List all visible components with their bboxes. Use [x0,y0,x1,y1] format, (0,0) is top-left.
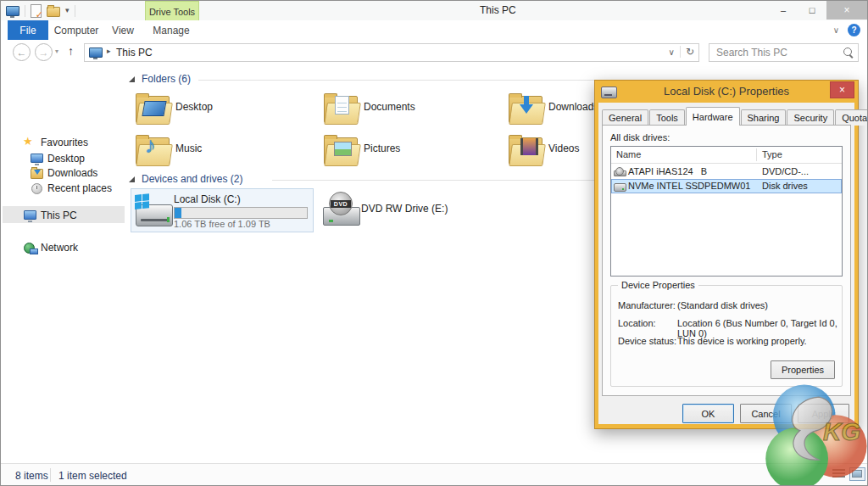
column-name[interactable]: Name [616,149,641,159]
row-type: DVD/CD-... [762,166,809,176]
window-title: This PC [480,4,516,16]
sidebar-item-this-pc[interactable]: This PC [23,208,77,223]
refresh-icon[interactable]: ↻ [686,46,694,58]
tab-file[interactable]: File [8,20,48,40]
thumbnail-view-toggle-icon[interactable] [849,467,865,481]
document-overlay-icon [335,96,349,115]
sidebar-item-network[interactable]: Network [23,240,78,255]
sidebar-item-downloads[interactable]: Downloads [30,165,97,181]
sidebar-item-desktop[interactable]: Desktop [30,151,85,166]
navigation-pane: ★ Favourites Desktop Downloads Recent pl… [1,63,126,463]
breadcrumb[interactable]: This PC [116,47,153,59]
column-type[interactable]: Type [762,149,782,159]
address-dropdown-icon[interactable]: ∨ [669,47,675,57]
tab-view[interactable]: View [104,20,142,40]
new-folder-icon[interactable] [47,7,60,17]
address-bar[interactable]: ▸ This PC ∨ ↻ [84,43,699,62]
downloads-folder-icon [30,166,43,180]
tab-manage[interactable]: Manage [147,20,196,40]
up-button[interactable]: ↑ [68,44,74,58]
maximize-button[interactable]: □ [798,1,826,20]
column-separator[interactable] [756,148,757,161]
search-input[interactable] [715,45,837,60]
quick-access-toolbar: ✓ ▾ [6,3,75,18]
tile-label: Music [175,142,202,154]
dialog-title: Local Disk (C:) Properties [595,81,858,103]
sidebar-item-recent-places[interactable]: Recent places [30,181,112,196]
list-row-nvme[interactable]: NVMe INTEL SSDPEDMW01 Disk drives [611,179,842,193]
device-properties-group: Device Properties Manufacturer: (Standar… [610,285,843,387]
history-dropdown-icon[interactable]: ▾ [55,47,58,55]
forward-button[interactable]: → [35,43,53,61]
row-type: Disk drives [762,181,808,191]
hardware-tab-page: All disk drives: Name Type ATAPI iHAS124… [602,125,851,396]
folder-tile-documents[interactable]: Documents [321,90,501,127]
separator [25,5,25,17]
tab-sharing[interactable]: Sharing [741,109,787,126]
separator [75,5,75,17]
folder-tile-pictures[interactable]: Pictures [321,131,501,169]
recent-places-icon [30,182,43,195]
sidebar-label: Favourites [41,137,88,148]
sidebar-label: Downloads [47,167,97,179]
check-icon: ✓ [36,10,43,20]
separator [680,46,681,58]
tab-quota[interactable]: Quota [835,109,868,126]
this-pc-icon [89,47,103,58]
tab-general[interactable]: General [602,109,648,126]
folder-icon [135,91,172,125]
folders-group-header[interactable]: Folders (6) [129,73,191,85]
row-name: ATAPI iHAS124 B [628,166,707,176]
tab-hardware[interactable]: Hardware [686,107,740,126]
ok-button[interactable]: OK [682,404,734,423]
filmstrip-overlay-icon [520,138,538,155]
folder-tile-music[interactable]: ♪ Music [133,131,313,169]
prop-label: Manufacturer: [618,300,676,310]
dialog-close-button[interactable]: × [830,81,854,98]
back-button[interactable]: ← [13,43,31,61]
group-header-label: Folders (6) [142,73,191,85]
cancel-button[interactable]: Cancel [740,404,792,423]
search-icon[interactable] [843,47,852,56]
explorer-window: ✓ ▾ Drive Tools This PC – □ × File Compu… [0,0,868,486]
list-row-atapi[interactable]: ATAPI iHAS124 B DVD/CD-... [611,165,842,179]
apply-button: Apply [798,404,849,423]
disk-free-text: 1.06 TB free of 1.09 TB [174,219,270,229]
folder-icon [323,132,360,166]
hard-drive-icon [135,194,172,226]
status-bar: 8 items 1 item selected [1,463,867,486]
row-name: NVMe INTEL SSDPEDMW01 [628,181,750,191]
tab-computer[interactable]: Computer [52,20,101,40]
tab-tools[interactable]: Tools [649,109,685,126]
app-icon [6,6,19,16]
disk-usage-bar [174,207,308,219]
group-header-label: Devices and drives (2) [142,173,242,185]
prop-value: (Standard disk drives) [677,300,768,310]
list-label: All disk drives: [610,132,670,142]
properties-icon[interactable]: ✓ [31,4,42,18]
device-properties-button[interactable]: Properties [771,360,835,379]
devices-group-header[interactable]: Devices and drives (2) [129,173,242,185]
folder-tile-desktop[interactable]: Desktop [133,90,313,127]
disk-drive-icon [614,183,626,192]
local-disk-tile[interactable]: Local Disk (C:) 1.06 TB free of 1.09 TB [131,188,314,232]
separator [50,468,51,482]
cd-drive-icon [614,167,625,176]
minimize-button[interactable]: – [769,1,798,20]
tile-label: Documents [364,101,415,113]
close-button[interactable]: × [826,1,867,20]
drive-tools-contextual-tab[interactable]: Drive Tools [145,1,199,21]
details-view-toggle-icon[interactable] [832,469,845,478]
tab-security[interactable]: Security [787,109,834,126]
dialog-body: General Tools Hardware Sharing Security … [598,103,854,424]
dvd-drive-tile[interactable]: DVD DVD RW Drive (E:) [319,188,488,231]
star-icon: ★ [23,136,36,149]
search-box[interactable] [709,43,859,62]
ribbon-collapse-icon[interactable]: ∨ [833,25,839,35]
dialog-tab-strip: General Tools Hardware Sharing Security … [602,109,868,126]
qat-dropdown-icon[interactable]: ▾ [65,7,70,14]
help-icon[interactable]: ? [848,24,860,36]
network-icon [23,241,36,254]
sidebar-item-favourites[interactable]: ★ Favourites [23,135,88,150]
disk-drives-list[interactable]: Name Type ATAPI iHAS124 B DVD/CD-... NVM… [610,146,843,277]
